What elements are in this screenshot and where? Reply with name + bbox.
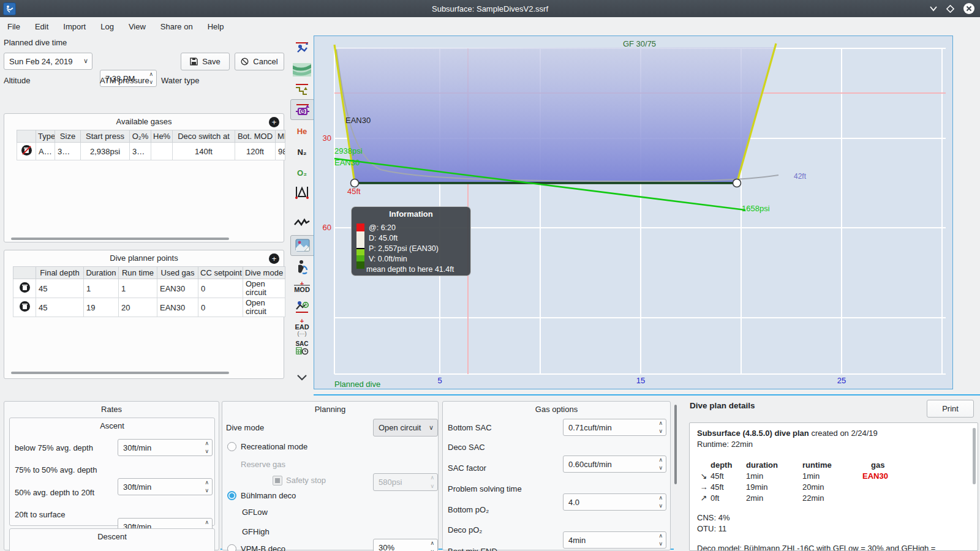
deco-sac-spinner[interactable]: 0.60cuft/min∧∨ xyxy=(563,455,666,473)
gases-col-type[interactable]: Type xyxy=(36,130,55,143)
gas-mnd-cell[interactable]: 98ft xyxy=(276,143,285,160)
gas-bot-mod-cell[interactable]: 120ft xyxy=(235,143,276,160)
spinner-arrows-icon[interactable]: ∧∨ xyxy=(658,457,663,471)
dive-profile-chart[interactable]: GF 30/75 30 60 5 15 25 EAN30 2938psi EAN… xyxy=(314,36,953,389)
maximize-icon[interactable] xyxy=(946,5,954,13)
toolbar-o2-button[interactable]: O₂ xyxy=(290,163,314,182)
dive-plan-text-box[interactable]: Subsurface (4.8.5.0) dive plan created o… xyxy=(689,422,978,551)
points-col-runtime[interactable]: Run time xyxy=(119,267,157,279)
points-col-setpoint[interactable]: CC setpoint xyxy=(198,267,243,279)
toolbar-setpoint-button[interactable] xyxy=(290,99,315,120)
spinner-arrows-icon[interactable]: ∧∨ xyxy=(658,421,663,434)
dive-mode-combobox[interactable]: Open circuit∨ xyxy=(373,419,438,437)
minimize-icon[interactable] xyxy=(929,6,938,12)
point-duration-cell[interactable]: 1 xyxy=(84,279,119,298)
spinner-arrows-icon[interactable]: ∧∨ xyxy=(205,480,209,493)
delete-gas-cell[interactable] xyxy=(17,143,36,160)
menu-edit[interactable]: Edit xyxy=(28,20,56,34)
point-depth-cell[interactable]: 45 xyxy=(36,279,84,298)
delete-point-cell[interactable] xyxy=(13,279,36,298)
spinner-arrows-icon[interactable]: ∧∨ xyxy=(205,441,209,454)
dive-date-combobox[interactable]: Sun Feb 24, 2019 ∨ xyxy=(4,53,92,70)
point-depth-cell[interactable]: 45 xyxy=(36,298,84,317)
add-gas-button[interactable]: + xyxy=(269,117,279,127)
delete-point-cell[interactable] xyxy=(13,298,36,317)
recreational-mode-label[interactable]: Recreational mode xyxy=(241,438,307,454)
gases-col-o2[interactable]: O₂% xyxy=(130,130,151,143)
points-col-depth[interactable]: Final depth xyxy=(36,267,84,279)
buhlmann-deco-radio[interactable] xyxy=(227,491,236,500)
save-button[interactable]: Save xyxy=(181,53,230,70)
print-button[interactable]: Print xyxy=(927,400,974,418)
toolbar-photos-button[interactable] xyxy=(290,235,315,256)
spinner-arrows-icon[interactable]: ∧∨ xyxy=(658,533,663,547)
points-col-duration[interactable]: Duration xyxy=(84,267,119,279)
recreational-mode-radio[interactable] xyxy=(227,442,236,451)
waypoint-handle[interactable] xyxy=(351,179,359,187)
menu-import[interactable]: Import xyxy=(56,20,93,34)
vpmb-deco-label[interactable]: VPM-B deco xyxy=(241,541,285,551)
details-vertical-scrollbar[interactable] xyxy=(674,405,677,484)
point-duration-cell[interactable]: 19 xyxy=(84,298,119,317)
ascent-rate-spinner-50[interactable]: 30ft/min∧∨ xyxy=(118,478,213,495)
points-horizontal-scrollbar[interactable] xyxy=(11,372,229,374)
add-point-button[interactable]: + xyxy=(269,253,279,264)
problem-solving-time-spinner[interactable]: 4min∧∨ xyxy=(563,531,666,549)
waypoint-handle[interactable] xyxy=(733,179,741,187)
cancel-button[interactable]: Cancel xyxy=(235,53,284,70)
ascent-rate-spinner-75[interactable]: 30ft/min∧∨ xyxy=(118,439,213,456)
spinner-arrows-icon[interactable]: ∧∨ xyxy=(430,541,434,551)
information-tooltip[interactable]: Information @: 6:20 D: 45.0ft P: 2,557ps… xyxy=(351,206,471,276)
gases-horizontal-scrollbar[interactable] xyxy=(11,238,229,240)
spinner-arrows-icon[interactable]: ∧∨ xyxy=(149,72,153,85)
gases-col-start-press[interactable]: Start press xyxy=(81,130,130,143)
gas-size-cell[interactable]: 3… xyxy=(55,143,81,160)
point-mode-cell[interactable]: Open circuit xyxy=(243,279,285,298)
sac-factor-spinner[interactable]: 4.0∧∨ xyxy=(563,493,666,511)
gas-start-press-cell[interactable]: 2,938psi xyxy=(81,143,130,160)
point-runtime-cell[interactable]: 20 xyxy=(119,298,157,317)
gas-deco-switch-cell[interactable]: 140ft xyxy=(173,143,235,160)
toolbar-sac-button[interactable]: SAC xyxy=(290,338,314,358)
point-setpoint-cell[interactable]: 0 xyxy=(198,279,243,298)
vpmb-deco-radio[interactable] xyxy=(227,544,236,551)
point-gas-cell[interactable]: EAN30 xyxy=(157,298,198,317)
point-mode-cell[interactable]: Open circuit xyxy=(243,298,285,317)
menu-log[interactable]: Log xyxy=(93,20,121,34)
menu-help[interactable]: Help xyxy=(200,20,232,34)
point-setpoint-cell[interactable]: 0 xyxy=(198,298,243,317)
toolbar-n2-button[interactable]: N₂ xyxy=(290,142,314,162)
toolbar-mod-button[interactable]: +MOD xyxy=(290,277,314,296)
toolbar-ead-button[interactable]: +EAD(···) xyxy=(290,317,314,337)
toolbar-waves-button[interactable] xyxy=(290,60,314,80)
toolbar-ceiling-button[interactable] xyxy=(290,80,314,99)
toolbar-diver-refresh-button[interactable] xyxy=(290,257,314,277)
buhlmann-deco-label[interactable]: Bühlmann deco xyxy=(241,487,296,503)
gases-col-bot-mod[interactable]: Bot. MOD xyxy=(235,130,276,143)
spinner-arrows-icon[interactable]: ∧∨ xyxy=(658,495,663,509)
toolbar-heartrate-button[interactable] xyxy=(290,213,314,233)
toolbar-diver-time-button[interactable] xyxy=(290,298,314,317)
gas-he-cell[interactable] xyxy=(151,143,173,160)
gflow-spinner[interactable]: 30%∧∨ xyxy=(373,539,438,551)
gases-col-size[interactable]: Size xyxy=(55,130,81,143)
toolbar-gas-diff-button[interactable] xyxy=(290,182,314,202)
close-icon[interactable] xyxy=(963,2,975,15)
gas-o2-cell[interactable]: 3… xyxy=(130,143,151,160)
points-col-mode[interactable]: Dive mode xyxy=(243,267,285,279)
gases-col-mnd[interactable]: MND xyxy=(276,130,285,143)
point-runtime-cell[interactable]: 1 xyxy=(119,279,157,298)
menu-share-on[interactable]: Share on xyxy=(153,20,200,34)
plan-text-scrollbar[interactable] xyxy=(973,428,976,484)
toolbar-he-button[interactable]: He xyxy=(290,121,314,141)
menu-file[interactable]: File xyxy=(0,20,28,34)
points-col-gas[interactable]: Used gas xyxy=(157,267,198,279)
gas-type-cell[interactable]: A… xyxy=(36,143,55,160)
gases-col-deco-switch[interactable]: Deco switch at xyxy=(173,130,235,143)
gases-col-he[interactable]: He% xyxy=(151,130,173,143)
bottom-sac-spinner[interactable]: 0.71cuft/min∧∨ xyxy=(563,419,666,436)
point-gas-cell[interactable]: EAN30 xyxy=(157,279,198,298)
menu-view[interactable]: View xyxy=(121,20,153,34)
toolbar-dive-planner-button[interactable] xyxy=(290,38,314,58)
toolbar-scroll-down-button[interactable] xyxy=(290,367,314,387)
